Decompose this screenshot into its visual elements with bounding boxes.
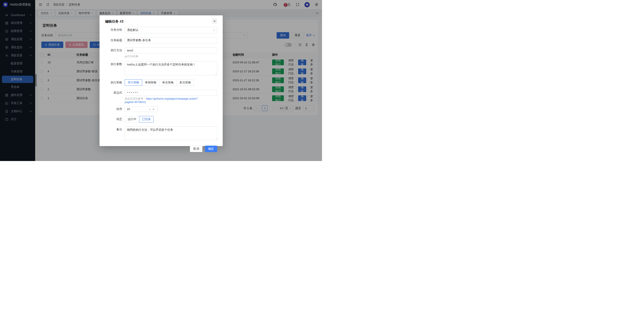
params-field-label: 执行参数: [105, 61, 125, 75]
strategy-option-singleton[interactable]: 单例策略: [142, 79, 160, 86]
plus-stepper-button[interactable]: ＋: [151, 108, 156, 111]
strategy-option-parallel[interactable]: 并行策略: [125, 79, 142, 86]
modal-title: 编辑任务 #3: [105, 19, 124, 24]
strategy-option-once[interactable]: 单次策略: [159, 79, 177, 86]
exec-method-input[interactable]: [125, 47, 217, 53]
cancel-button[interactable]: 取消: [190, 146, 202, 152]
sort-field-label: 排序: [105, 106, 125, 112]
task-group-select[interactable]: 系统默认: [125, 27, 217, 33]
status-field-label: 状态: [105, 116, 125, 122]
strategy-option-multiple[interactable]: 多次策略: [176, 79, 194, 86]
status-option-ended[interactable]: 已结束: [139, 116, 154, 122]
close-icon[interactable]: ✕: [212, 19, 217, 24]
method-field-label: 执行方法: [105, 47, 125, 58]
form-row-status: 状态 运行中 已结束: [105, 116, 217, 122]
strategy-field-label: 执行策略: [105, 79, 125, 86]
chevron-down-icon: [213, 30, 215, 31]
exec-params-textarea[interactable]: hotGo,3,这是同一个执行方法开多个定时任务的实例！: [125, 61, 217, 75]
remark-textarea[interactable]: 相同的执行方法，可以开启多个任务: [125, 126, 217, 140]
form-row-expression: 表达式 表达式语法参考：https://goframe.org/pages/vi…: [105, 90, 217, 104]
edit-task-modal: 编辑任务 #3 ✕ 任务分组 系统默认 任务标题 执行: [100, 15, 223, 146]
strategy-segmented: 并行策略 单例策略 单次策略 多次策略: [125, 79, 217, 86]
status-option-running[interactable]: 运行中: [125, 116, 139, 122]
minus-stepper-button[interactable]: −: [148, 108, 151, 111]
confirm-button[interactable]: 确定: [205, 146, 217, 152]
group-field-label: 任务分组: [105, 27, 125, 33]
form-row-sort: 排序 10 − ＋: [105, 106, 217, 112]
sort-value: 10: [127, 108, 148, 111]
title-field-label: 任务标题: [105, 37, 125, 43]
screen: HotGo管理系统 Dashboard 组织管理 权限管理 系统应用: [0, 0, 322, 161]
form-row-method: 执行方法 go方法名称: [105, 47, 217, 58]
task-group-value: 系统默认: [127, 28, 138, 32]
sort-number-input[interactable]: 10 − ＋: [125, 106, 158, 112]
form-row-group: 任务分组 系统默认: [105, 27, 217, 33]
method-helper-text: go方法名称: [125, 55, 217, 58]
remark-field-label: 备注: [105, 126, 125, 140]
modal-footer: 取消 确定: [105, 146, 217, 152]
task-title-input[interactable]: [125, 37, 217, 43]
expression-field-label: 表达式: [105, 90, 125, 104]
modal-header: 编辑任务 #3 ✕: [105, 19, 217, 24]
status-segmented: 运行中 已结束: [125, 116, 217, 122]
form-row-params: 执行参数 hotGo,3,这是同一个执行方法开多个定时任务的实例！: [105, 61, 217, 75]
form-row-remark: 备注 相同的执行方法，可以开启多个任务: [105, 126, 217, 140]
form-row-strategy: 执行策略 并行策略 单例策略 单次策略 多次策略: [105, 79, 217, 86]
expression-helper: 表达式语法参考：https://goframe.org/pages/viewpa…: [125, 97, 217, 104]
form-row-title: 任务标题: [105, 37, 217, 43]
expression-input[interactable]: [125, 90, 217, 96]
edit-task-form: 任务分组 系统默认 任务标题 执行方法 go方法名称: [105, 27, 217, 152]
expression-helper-prefix: 表达式语法参考：: [125, 97, 146, 100]
